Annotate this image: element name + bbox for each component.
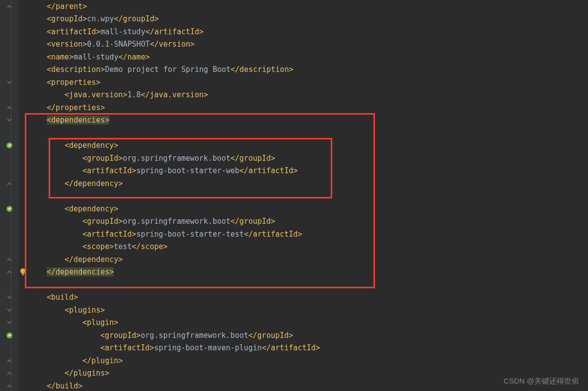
tag-properties-close: </properties> bbox=[47, 103, 105, 112]
fold-end-icon[interactable] bbox=[7, 4, 12, 9]
tag-javaversion-close: </java.version> bbox=[141, 90, 208, 99]
tag-name-close: </name> bbox=[119, 53, 150, 62]
gutter bbox=[0, 0, 19, 391]
tag-artifactId-close: </artifactId> bbox=[262, 343, 320, 352]
plugin-group-value: org.springframework.boot bbox=[141, 331, 248, 340]
tag-plugins-close: </plugins> bbox=[65, 369, 109, 378]
tag-groupId-close: </groupId> bbox=[248, 331, 293, 340]
spring-leaf-icon[interactable] bbox=[6, 332, 13, 339]
groupId-value: cn.wpy bbox=[87, 14, 114, 23]
tag-name-open: <name> bbox=[47, 53, 74, 62]
dep2-artifact-value: spring-boot-starter-test bbox=[136, 230, 244, 239]
tag-dependency-open: <dependency> bbox=[65, 204, 118, 213]
tag-groupId-close: </groupId> bbox=[114, 14, 158, 23]
tag-artifactId-open: <artifactId> bbox=[82, 166, 136, 175]
tag-dependencies-close: </dependencies> bbox=[47, 267, 114, 276]
dep1-group-value: org.springframework.boot bbox=[123, 154, 230, 163]
fold-start-icon[interactable] bbox=[7, 320, 12, 325]
fold-end-icon[interactable] bbox=[7, 257, 12, 262]
version-value: 0.0.1-SNAPSHOT bbox=[87, 40, 149, 49]
tag-plugin-open: <plugin> bbox=[82, 318, 118, 327]
artifactId-value: mall-study bbox=[100, 27, 145, 36]
fold-end-icon[interactable] bbox=[7, 105, 12, 110]
tag-description-close: </description> bbox=[230, 65, 293, 74]
tag-scope-close: </scope> bbox=[132, 242, 167, 251]
fold-start-icon[interactable] bbox=[7, 295, 12, 300]
tag-artifactId-open: <artifactId> bbox=[47, 27, 100, 36]
tag-scope-open: <scope> bbox=[82, 242, 114, 251]
description-value: Demo project for Spring Boot bbox=[105, 65, 230, 74]
name-value: mall-study bbox=[74, 53, 118, 62]
code-area[interactable]: </parent> <groupId>cn.wpy</groupId> <art… bbox=[19, 0, 588, 391]
fold-start-icon[interactable] bbox=[7, 80, 12, 85]
tag-plugin-close: </plugin> bbox=[82, 356, 123, 365]
tag-properties-open: <properties> bbox=[47, 78, 100, 87]
dep1-artifact-value: spring-boot-starter-web bbox=[136, 166, 239, 175]
fold-end-icon[interactable] bbox=[7, 269, 12, 274]
tag-groupId-open: <groupId> bbox=[100, 331, 141, 340]
dep2-group-value: org.springframework.boot bbox=[123, 217, 230, 226]
dep2-scope-value: test bbox=[114, 242, 132, 251]
tag-dependencies-open: <dependencies> bbox=[47, 116, 109, 125]
fold-end-icon[interactable] bbox=[7, 358, 12, 363]
tag-artifactId-close: </artifactId> bbox=[239, 166, 297, 175]
tag-groupId-close: </groupId> bbox=[230, 217, 275, 226]
tag-dependency-open: <dependency> bbox=[65, 141, 118, 150]
tag-dependency-close: </dependency> bbox=[65, 179, 123, 188]
fold-end-icon[interactable] bbox=[7, 371, 12, 376]
tag-artifactId-close: </artifactId> bbox=[146, 27, 204, 36]
plugin-artifact-value: spring-boot-maven-plugin bbox=[154, 343, 262, 352]
tag-build-close: </build> bbox=[47, 382, 82, 391]
fold-end-icon[interactable] bbox=[7, 384, 12, 389]
tag-groupId-open: <groupId> bbox=[82, 154, 123, 163]
tag-groupId-close: </groupId> bbox=[230, 154, 275, 163]
tag-javaversion-open: <java.version> bbox=[65, 90, 127, 99]
tag-dependency-close: </dependency> bbox=[65, 255, 123, 264]
fold-end-icon[interactable] bbox=[7, 181, 12, 186]
tag-plugins-open: <plugins> bbox=[65, 306, 105, 315]
tag-description-open: <description> bbox=[47, 65, 105, 74]
tag-groupId-open: <groupId> bbox=[47, 14, 87, 23]
code-editor[interactable]: </parent> <groupId>cn.wpy</groupId> <art… bbox=[0, 0, 588, 391]
java-version-value: 1.8 bbox=[127, 90, 141, 99]
tag-parent-close: </parent> bbox=[47, 2, 87, 11]
fold-start-icon[interactable] bbox=[7, 308, 12, 313]
tag-groupId-open: <groupId> bbox=[82, 217, 123, 226]
tag-artifactId-open: <artifactId> bbox=[100, 343, 154, 352]
fold-start-icon[interactable] bbox=[7, 118, 12, 123]
tag-version-close: </version> bbox=[150, 40, 195, 49]
tag-artifactId-open: <artifactId> bbox=[82, 230, 136, 239]
spring-leaf-icon[interactable] bbox=[6, 142, 13, 149]
spring-leaf-icon[interactable] bbox=[6, 205, 13, 212]
tag-artifactId-close: </artifactId> bbox=[244, 230, 302, 239]
tag-build-open: <build> bbox=[47, 293, 78, 302]
watermark: CSDN @关键还得世俗 bbox=[504, 377, 579, 386]
tag-version-open: <version> bbox=[47, 40, 87, 49]
